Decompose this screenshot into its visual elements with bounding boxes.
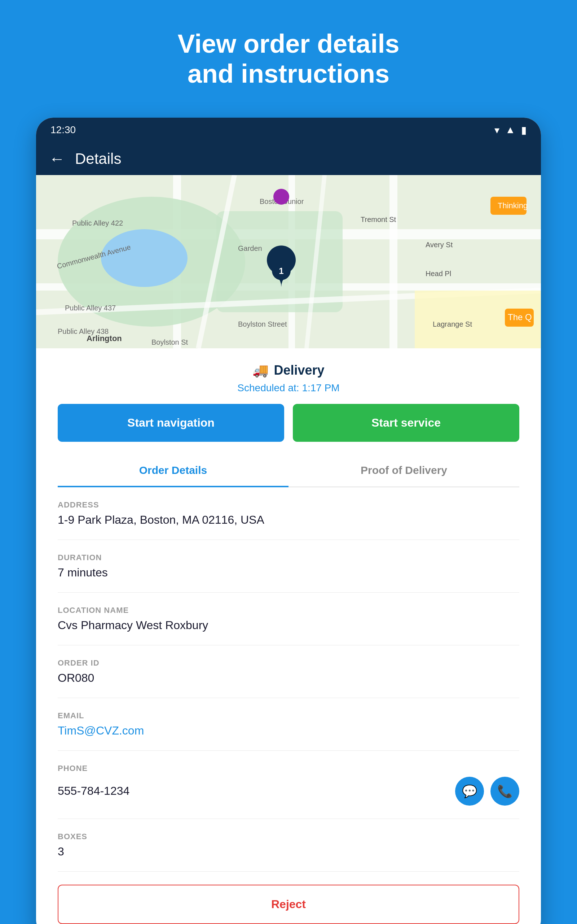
call-button[interactable]: 📞 <box>490 777 519 806</box>
signal-icon: ▲ <box>505 124 515 136</box>
email-value[interactable]: TimS@CVZ.com <box>58 724 519 737</box>
device-frame: 12:30 ▾ ▲ ▮ ← Details <box>36 118 541 924</box>
map-container: Public Alley 422 Commonwealth Avenue Pub… <box>36 175 541 348</box>
svg-text:Boylston St: Boylston St <box>152 338 188 346</box>
phone-label: PHONE <box>58 764 519 773</box>
back-button[interactable]: ← <box>49 150 65 168</box>
svg-text:Tremont St: Tremont St <box>361 215 396 223</box>
phone-value: 555-784-1234 <box>58 784 129 798</box>
svg-text:Avery St: Avery St <box>425 241 453 249</box>
nav-bar: ← Details <box>36 142 541 175</box>
svg-text:Head Pl: Head Pl <box>425 270 451 278</box>
address-row: ADDRESS 1-9 Park Plaza, Boston, MA 02116… <box>58 487 519 540</box>
status-icons: ▾ ▲ ▮ <box>495 124 527 136</box>
phone-actions: 💬 📞 <box>455 777 519 806</box>
delivery-info: 🚚 Delivery Scheduled at: 1:17 PM <box>36 348 541 404</box>
location-name-label: LOCATION NAME <box>58 606 519 615</box>
reject-button[interactable]: Reject <box>58 885 519 924</box>
svg-text:Arlington: Arlington <box>87 334 122 343</box>
start-service-button[interactable]: Start service <box>293 404 519 442</box>
location-name-value: Cvs Pharmacy West Roxbury <box>58 619 519 632</box>
delivery-label: 🚚 Delivery <box>253 363 324 378</box>
phone-content: 555-784-1234 💬 📞 <box>58 777 519 806</box>
svg-text:Lagrange St: Lagrange St <box>433 320 472 328</box>
status-bar: 12:30 ▾ ▲ ▮ <box>36 118 541 142</box>
details-section: ADDRESS 1-9 Park Plaza, Boston, MA 02116… <box>36 487 541 872</box>
delivery-text: Delivery <box>274 363 324 378</box>
svg-point-30 <box>273 189 289 205</box>
battery-icon: ▮ <box>521 124 527 136</box>
svg-rect-5 <box>390 175 397 348</box>
phone-row: PHONE 555-784-1234 💬 📞 <box>58 751 519 819</box>
boxes-label: BOXES <box>58 832 519 842</box>
page-title: View order details and instructions <box>142 29 436 89</box>
order-id-value: OR080 <box>58 671 519 685</box>
wifi-icon: ▾ <box>495 124 500 136</box>
action-buttons: Start navigation Start service <box>36 404 541 455</box>
sms-button[interactable]: 💬 <box>455 777 484 806</box>
tab-order-details[interactable]: Order Details <box>58 455 288 487</box>
location-name-row: LOCATION NAME Cvs Pharmacy West Roxbury <box>58 593 519 645</box>
svg-text:The Q: The Q <box>508 312 532 322</box>
svg-text:Garden: Garden <box>238 244 262 252</box>
address-value: 1-9 Park Plaza, Boston, MA 02116, USA <box>58 513 519 527</box>
delivery-scheduled: Scheduled at: 1:17 PM <box>237 382 339 394</box>
status-time: 12:30 <box>50 124 76 136</box>
delivery-icon: 🚚 <box>253 363 269 378</box>
email-row: EMAIL TimS@CVZ.com <box>58 698 519 751</box>
boxes-row: BOXES 3 <box>58 819 519 872</box>
tabs: Order Details Proof of Delivery <box>58 455 519 487</box>
duration-row: DURATION 7 minutes <box>58 540 519 593</box>
nav-title: Details <box>75 150 121 168</box>
tab-proof-of-delivery[interactable]: Proof of Delivery <box>288 455 519 487</box>
svg-text:Thinking: Thinking <box>498 201 528 210</box>
email-label: EMAIL <box>58 711 519 720</box>
svg-text:Boylston Street: Boylston Street <box>238 320 287 328</box>
duration-label: DURATION <box>58 553 519 562</box>
boxes-value: 3 <box>58 845 519 858</box>
svg-text:Public Alley 437: Public Alley 437 <box>65 304 116 312</box>
duration-value: 7 minutes <box>58 566 519 579</box>
order-id-row: ORDER ID OR080 <box>58 645 519 698</box>
svg-point-7 <box>101 229 187 287</box>
address-label: ADDRESS <box>58 500 519 510</box>
svg-text:1: 1 <box>279 266 284 276</box>
start-navigation-button[interactable]: Start navigation <box>58 404 284 442</box>
svg-text:Public Alley 422: Public Alley 422 <box>72 219 123 227</box>
order-id-label: ORDER ID <box>58 658 519 668</box>
